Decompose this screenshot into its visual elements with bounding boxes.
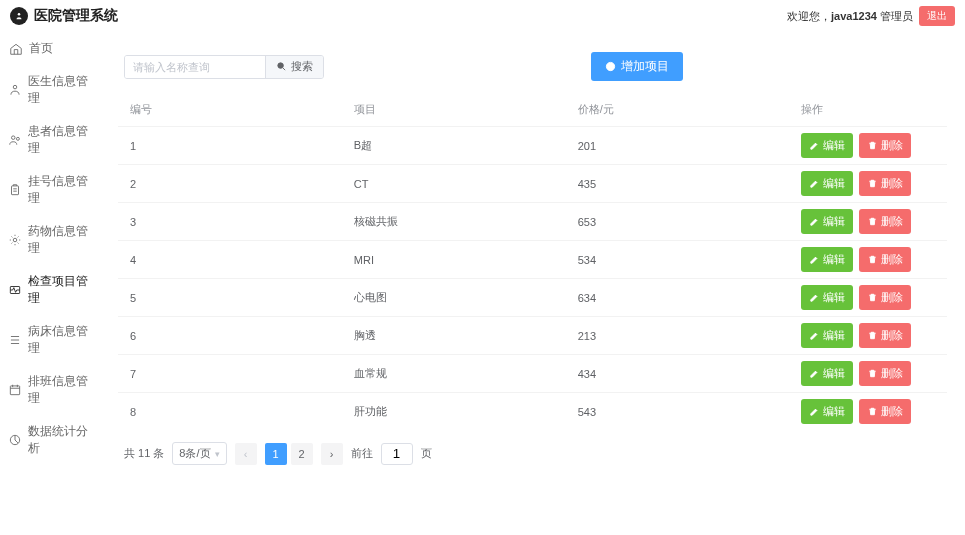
delete-button[interactable]: 删除 [859, 361, 911, 386]
edit-button[interactable]: 编辑 [801, 171, 853, 196]
edit-button[interactable]: 编辑 [801, 361, 853, 386]
cell-ops: 编辑删除 [789, 279, 947, 317]
page-size-select[interactable]: 8条/页 ▾ [172, 442, 226, 465]
sidebar-item-bed[interactable]: 病床信息管理 [0, 315, 100, 365]
col-id: 编号 [118, 93, 342, 127]
delete-button[interactable]: 删除 [859, 209, 911, 234]
sidebar-item-drug[interactable]: 药物信息管理 [0, 215, 100, 265]
page-number-button[interactable]: 1 [265, 443, 287, 465]
page-next-button[interactable]: › [321, 443, 343, 465]
svg-rect-7 [10, 386, 19, 395]
cell-project: 血常规 [342, 355, 566, 393]
delete-button[interactable]: 删除 [859, 323, 911, 348]
logout-button[interactable]: 退出 [919, 6, 955, 26]
trash-icon [867, 178, 878, 189]
sidebar-item-stats[interactable]: 数据统计分析 [0, 415, 100, 465]
search-button[interactable]: 搜索 [265, 56, 323, 78]
checkup-icon [8, 283, 22, 298]
table-row: 8肝功能543编辑删除 [118, 393, 947, 431]
page-jump-input[interactable] [381, 443, 413, 465]
col-ops: 操作 [789, 93, 947, 127]
cell-id: 7 [118, 355, 342, 393]
search-input[interactable] [125, 56, 265, 78]
main-content: 搜索 增加项目 编号 项目 价格/元 操作 [100, 32, 965, 501]
svg-point-9 [278, 63, 284, 69]
cell-id: 1 [118, 127, 342, 165]
cell-price: 634 [566, 279, 790, 317]
table-row: 6胸透213编辑删除 [118, 317, 947, 355]
table-row: 4MRI534编辑删除 [118, 241, 947, 279]
plus-circle-icon [605, 61, 616, 72]
page-jump-suffix: 页 [421, 446, 432, 461]
sidebar-item-label: 首页 [29, 40, 53, 57]
table-row: 3核磁共振653编辑删除 [118, 203, 947, 241]
page-number-button[interactable]: 2 [291, 443, 313, 465]
logo-icon [10, 7, 28, 25]
trash-icon [867, 292, 878, 303]
sidebar-item-label: 检查项目管理 [28, 273, 92, 307]
trash-icon [867, 254, 878, 265]
cell-price: 534 [566, 241, 790, 279]
add-item-button[interactable]: 增加项目 [591, 52, 683, 81]
table-row: 7血常规434编辑删除 [118, 355, 947, 393]
sidebar-item-home[interactable]: 首页 [0, 32, 100, 65]
table-row: 2CT435编辑删除 [118, 165, 947, 203]
trash-icon [867, 216, 878, 227]
edit-button[interactable]: 编辑 [801, 285, 853, 310]
delete-button[interactable]: 删除 [859, 399, 911, 424]
delete-button[interactable]: 删除 [859, 247, 911, 272]
sidebar-item-label: 排班信息管理 [28, 373, 92, 407]
col-project: 项目 [342, 93, 566, 127]
sidebar-item-patient[interactable]: 患者信息管理 [0, 115, 100, 165]
edit-button[interactable]: 编辑 [801, 247, 853, 272]
chart-icon [8, 433, 22, 448]
edit-icon [809, 254, 820, 265]
sidebar-item-label: 医生信息管理 [28, 73, 92, 107]
trash-icon [867, 140, 878, 151]
chevron-down-icon: ▾ [215, 449, 220, 459]
doctor-icon [8, 83, 22, 98]
edit-button[interactable]: 编辑 [801, 209, 853, 234]
sidebar-item-register[interactable]: 挂号信息管理 [0, 165, 100, 215]
trash-icon [867, 406, 878, 417]
page-prev-button[interactable]: ‹ [235, 443, 257, 465]
edit-icon [809, 330, 820, 341]
edit-button[interactable]: 编辑 [801, 133, 853, 158]
sidebar-item-doctor[interactable]: 医生信息管理 [0, 65, 100, 115]
page-total: 共 11 条 [124, 446, 164, 461]
cell-id: 5 [118, 279, 342, 317]
cell-ops: 编辑删除 [789, 355, 947, 393]
cell-ops: 编辑删除 [789, 165, 947, 203]
cell-project: 核磁共振 [342, 203, 566, 241]
cell-ops: 编辑删除 [789, 317, 947, 355]
edit-button[interactable]: 编辑 [801, 323, 853, 348]
edit-icon [809, 292, 820, 303]
edit-button[interactable]: 编辑 [801, 399, 853, 424]
sidebar-item-schedule[interactable]: 排班信息管理 [0, 365, 100, 415]
sidebar-item-label: 挂号信息管理 [28, 173, 92, 207]
delete-button[interactable]: 删除 [859, 133, 911, 158]
clipboard-icon [8, 183, 22, 198]
table-row: 5心电图634编辑删除 [118, 279, 947, 317]
svg-rect-4 [12, 186, 19, 195]
col-price: 价格/元 [566, 93, 790, 127]
svg-point-2 [12, 136, 16, 140]
delete-button[interactable]: 删除 [859, 285, 911, 310]
svg-point-0 [18, 13, 21, 16]
cell-project: B超 [342, 127, 566, 165]
svg-point-5 [13, 238, 17, 242]
cell-project: CT [342, 165, 566, 203]
sidebar-item-checkup[interactable]: 检查项目管理 [0, 265, 100, 315]
cell-price: 543 [566, 393, 790, 431]
cell-price: 653 [566, 203, 790, 241]
delete-button[interactable]: 删除 [859, 171, 911, 196]
cell-id: 3 [118, 203, 342, 241]
cell-ops: 编辑删除 [789, 203, 947, 241]
sidebar-item-label: 病床信息管理 [28, 323, 92, 357]
cell-ops: 编辑删除 [789, 127, 947, 165]
edit-icon [809, 178, 820, 189]
trash-icon [867, 330, 878, 341]
svg-point-3 [16, 137, 19, 140]
cell-project: 肝功能 [342, 393, 566, 431]
cell-ops: 编辑删除 [789, 241, 947, 279]
